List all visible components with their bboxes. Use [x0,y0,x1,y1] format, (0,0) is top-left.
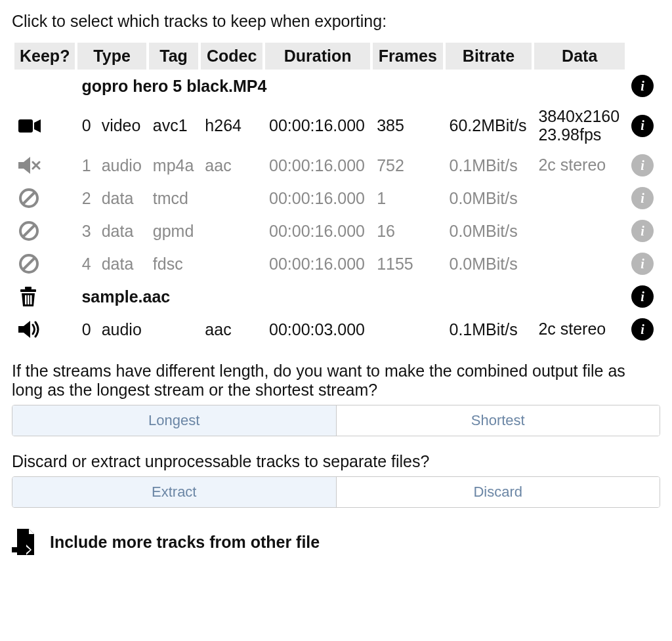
discard-option-discard[interactable]: Discard [336,477,660,507]
track-index: 2 [77,182,94,215]
track-tag: fdsc [149,247,199,280]
svg-line-8 [23,225,35,237]
col-data: Data [534,43,625,70]
track-data [534,182,625,215]
info-icon[interactable]: i [631,154,654,176]
svg-rect-0 [18,119,33,133]
track-row[interactable]: 1audiomp4aaac00:00:16.0007520.1MBit/s2c … [14,149,658,182]
track-type: audio [98,149,146,182]
track-duration: 00:00:16.000 [265,149,370,182]
svg-rect-11 [20,289,36,292]
info-icon[interactable]: i [631,187,654,209]
track-codec: aac [201,313,262,346]
track-tag: tmcd [149,182,199,215]
col-bitrate: Bitrate [446,43,532,70]
discard-segmented: Extract Discard [12,476,660,508]
track-index: 0 [77,102,94,149]
track-row[interactable]: 4datafdsc00:00:16.00011550.0MBit/si [14,247,658,280]
svg-marker-17 [29,529,34,534]
video-icon[interactable] [14,102,75,149]
track-frames: 1155 [373,247,442,280]
track-type: data [98,182,146,215]
ban-icon[interactable] [14,182,75,215]
track-tag: mp4a [149,149,199,182]
file-row: sample.aaci [14,280,658,313]
include-more-button[interactable]: Include more tracks from other file [12,527,660,556]
track-codec: h264 [201,102,262,149]
track-row[interactable]: 0videoavc1h26400:00:16.00038560.2MBit/s3… [14,102,658,149]
length-option-longest[interactable]: Longest [12,405,336,436]
info-icon[interactable]: i [631,285,654,308]
track-duration: 00:00:16.000 [265,247,370,280]
ban-icon[interactable] [14,247,75,280]
svg-line-10 [23,258,35,270]
track-index: 0 [77,313,94,346]
track-bitrate: 0.0MBit/s [446,182,532,215]
info-icon[interactable]: i [631,75,654,97]
file-name: sample.aac [77,280,625,313]
info-icon[interactable]: i [631,220,654,242]
track-frames: 385 [373,102,442,149]
track-codec: aac [201,149,262,182]
track-data: 2c stereo [534,149,625,182]
info-icon[interactable]: i [631,318,654,341]
col-duration: Duration [265,43,370,70]
include-more-label: Include more tracks from other file [50,533,320,552]
track-bitrate: 60.2MBit/s [446,102,532,149]
track-tag: gpmd [149,215,199,247]
track-tag: avc1 [149,102,199,149]
length-option-shortest[interactable]: Shortest [336,405,660,436]
track-type: video [98,102,146,149]
audio-muted-icon[interactable] [14,149,75,182]
discard-option-extract[interactable]: Extract [12,477,336,507]
track-row[interactable]: 3datagpmd00:00:16.000160.0MBit/si [14,215,658,247]
discard-question: Discard or extract unprocessable tracks … [12,452,660,471]
tracks-table: Keep? Type Tag Codec Duration Frames Bit… [12,43,660,346]
svg-rect-13 [25,295,27,304]
col-tag: Tag [149,43,199,70]
file-row: gopro hero 5 black.MP4i [14,70,658,102]
track-data: 2c stereo [534,313,625,346]
track-duration: 00:00:16.000 [265,182,370,215]
track-data [534,215,625,247]
track-data: 3840x216023.98fps [534,102,625,149]
info-icon[interactable]: i [631,253,654,275]
svg-rect-20 [12,547,24,552]
length-segmented: Longest Shortest [12,405,660,436]
track-bitrate: 0.1MBit/s [446,313,532,346]
track-bitrate: 0.1MBit/s [446,149,532,182]
track-frames: 16 [373,215,442,247]
svg-rect-15 [30,295,32,304]
trash-icon[interactable] [14,280,75,313]
file-import-icon [12,527,38,556]
track-duration: 00:00:16.000 [265,215,370,247]
info-icon[interactable]: i [631,115,654,137]
track-row[interactable]: 2datatmcd00:00:16.00010.0MBit/si [14,182,658,215]
svg-marker-1 [34,119,41,133]
track-index: 1 [77,149,94,182]
col-keep: Keep? [14,43,75,70]
track-row[interactable]: 0audioaac00:00:03.0000.1MBit/s2c stereoi [14,313,658,346]
svg-marker-16 [18,321,30,338]
svg-rect-12 [25,287,32,289]
track-frames [373,313,442,346]
col-codec: Codec [201,43,262,70]
track-duration: 00:00:03.000 [265,313,370,346]
track-frames: 1 [373,182,442,215]
col-type: Type [77,43,146,70]
svg-rect-14 [28,295,30,304]
svg-marker-2 [18,157,30,174]
instruction-text: Click to select which tracks to keep whe… [12,12,660,31]
track-bitrate: 0.0MBit/s [446,215,532,247]
file-name: gopro hero 5 black.MP4 [77,70,625,102]
track-type: data [98,247,146,280]
track-bitrate: 0.0MBit/s [446,247,532,280]
track-codec [201,182,262,215]
track-index: 3 [77,215,94,247]
ban-icon[interactable] [14,215,75,247]
length-question: If the streams have different length, do… [12,362,660,400]
audio-icon[interactable] [14,313,75,346]
track-codec [201,215,262,247]
track-codec [201,247,262,280]
track-tag [149,313,199,346]
